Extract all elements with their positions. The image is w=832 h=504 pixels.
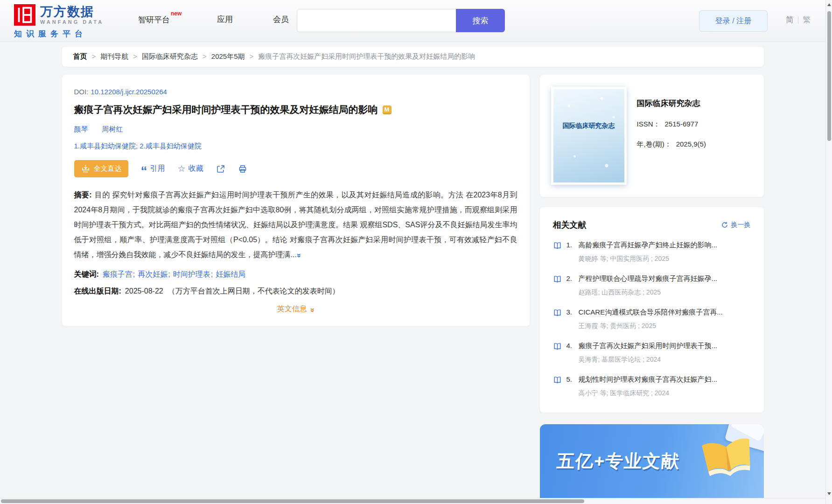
main-content: DOI:10.12208/j.ijcr.20250264 瘢痕子宫再次妊娠产妇采…: [62, 75, 764, 504]
print-icon: [238, 164, 247, 174]
related-article-item[interactable]: 3. CICARE沟通模式联合导乐陪伴对瘢痕子宫再... 王海霞 等; 贵州医药…: [553, 308, 751, 330]
related-title: 相关文献: [553, 219, 587, 231]
search-button[interactable]: 搜索: [456, 9, 505, 32]
search-bar: 搜索: [297, 9, 505, 32]
related-article-item[interactable]: 1. 高龄瘢痕子宫再妊娠孕产妇终止妊娠的影响... 黄晓婷 等; 中国实用医药 …: [553, 241, 751, 263]
keyword-link[interactable]: 再次妊娠: [138, 270, 173, 278]
vertical-scrollbar-thumb[interactable]: [827, 11, 831, 141]
journal-name[interactable]: 国际临床研究杂志: [637, 98, 706, 109]
related-article-meta: 王海霞 等; 贵州医药 ; 2025: [579, 322, 751, 330]
related-article-number: 3.: [566, 308, 579, 316]
open-book-icon: [697, 433, 758, 486]
nav-item-zhiyan-platform[interactable]: 智研平台new: [138, 14, 181, 25]
related-article-item[interactable]: 2. 产程护理联合心理疏导对瘢痕子宫再妊娠孕... 赵路瑶; 山西医药杂志 ; …: [553, 274, 751, 297]
language-toggle: 简 繁: [786, 14, 811, 25]
breadcrumb: 首页 期刊导航国际临床研究杂志2025年5期 瘢痕子宫再次妊娠产妇采用时间护理表…: [62, 47, 764, 67]
wanfang-logo[interactable]: 万方数据 WANFANG DATA 知识服务平台: [14, 4, 104, 39]
related-article-meta: 高小宁 等; 医学临床研究 ; 2024: [579, 389, 751, 398]
wanfang-logo-icon: [14, 4, 35, 26]
related-article-item[interactable]: 4. 瘢痕子宫再次妊娠产妇采用时间护理表干预... 吴海青; 基层医学论坛 ; …: [553, 342, 751, 364]
cite-button[interactable]: “ 引用: [141, 164, 165, 174]
share-button[interactable]: [216, 164, 225, 174]
related-article-title[interactable]: CICARE沟通模式联合导乐陪伴对瘢痕子宫再...: [579, 308, 751, 317]
breadcrumb-link[interactable]: 国际临床研究杂志: [142, 52, 211, 60]
logo-text: 万方数据 WANFANG DATA: [40, 5, 104, 25]
related-article-title[interactable]: 高龄瘢痕子宫再妊娠孕产妇终止妊娠的影响...: [579, 241, 751, 250]
promo-banner[interactable]: 五亿+专业文献: [540, 424, 764, 504]
author-link[interactable]: 颜琴: [74, 125, 88, 134]
vertical-scrollbar[interactable]: [825, 0, 832, 504]
print-button[interactable]: [238, 164, 247, 174]
keywords-label: 关键词:: [74, 270, 99, 278]
journal-volume-row: 年,卷(期)：2025,9(5): [637, 140, 706, 149]
refresh-icon: [721, 221, 728, 229]
book-icon: [553, 308, 562, 319]
top-navigation-bar: 万方数据 WANFANG DATA 知识服务平台 智研平台new 应用 会员 搜…: [0, 0, 825, 42]
nav-item-apps[interactable]: 应用: [217, 14, 233, 25]
doi-link[interactable]: 10.12208/j.ijcr.20250264: [91, 88, 167, 96]
related-article-meta: 黄晓婷 等; 中国实用医药 ; 2025: [579, 255, 751, 263]
scroll-up-icon[interactable]: [826, 1, 832, 7]
affiliations[interactable]: 1.咸丰县妇幼保健院; 2.咸丰县妇幼保健院: [74, 142, 517, 151]
article-actions: free 全文直达 “ 引用 ☆ 收藏: [74, 160, 517, 177]
lang-traditional[interactable]: 繁: [803, 14, 811, 25]
refresh-related-button[interactable]: 换一换: [721, 221, 751, 229]
lang-simplified[interactable]: 简: [786, 14, 794, 25]
related-article-number: 2.: [566, 274, 579, 282]
publish-date-note: （万方平台首次上网日期，不代表论文的发表时间）: [168, 287, 340, 295]
book-icon: [553, 376, 562, 386]
fulltext-button[interactable]: free 全文直达: [74, 160, 128, 177]
logo-cn-text: 万方数据: [40, 5, 104, 18]
related-article-title[interactable]: 瘢痕子宫再次妊娠产妇采用时间护理表干预...: [579, 342, 751, 350]
logo-en-text: WANFANG DATA: [40, 19, 104, 25]
scroll-down-icon[interactable]: [826, 490, 832, 497]
nav-item-membership[interactable]: 会员: [273, 14, 289, 25]
doi-row: DOI:10.12208/j.ijcr.20250264: [74, 88, 517, 96]
abstract: 摘要:目的 探究针对瘢痕子宫再次妊娠产妇运用时间护理表干预所产生的效果，以及其对…: [74, 188, 517, 262]
english-info-row: 英文信息 »: [74, 304, 517, 314]
search-input[interactable]: [297, 9, 456, 32]
breadcrumb-links: 期刊导航国际临床研究杂志2025年5期: [100, 52, 258, 61]
keyword-link[interactable]: 瘢痕子宫: [103, 270, 138, 278]
breadcrumb-link[interactable]: 期刊导航: [100, 52, 142, 60]
issn-label: ISSN：: [637, 120, 660, 128]
logo-subtitle: 知识服务平台: [14, 28, 104, 39]
related-list: 1. 高龄瘢痕子宫再妊娠孕产妇终止妊娠的影响... 黄晓婷 等; 中国实用医药 …: [553, 241, 751, 398]
related-article-meta: 赵路瑶; 山西医药杂志 ; 2025: [579, 288, 751, 297]
lang-divider: [798, 16, 798, 24]
related-article-title[interactable]: 产程护理联合心理疏导对瘢痕子宫再妊娠孕...: [579, 274, 751, 283]
page: 万方数据 WANFANG DATA 知识服务平台 智研平台new 应用 会员 搜…: [0, 0, 825, 504]
horizontal-scrollbar[interactable]: [0, 498, 825, 504]
breadcrumb-link[interactable]: 2025年5期: [211, 52, 258, 60]
author-list: 颜琴周树红: [74, 125, 517, 134]
svg-text:free: free: [83, 170, 88, 173]
keyword-link[interactable]: 妊娠结局: [216, 270, 249, 278]
related-article-body: 高龄瘢痕子宫再妊娠孕产妇终止妊娠的影响... 黄晓婷 等; 中国实用医药 ; 2…: [579, 241, 751, 263]
english-info-toggle[interactable]: 英文信息 »: [277, 304, 314, 314]
related-article-title[interactable]: 规划性时间护理表对瘢痕子宫再次妊娠产妇...: [579, 375, 751, 384]
login-register-button[interactable]: 登录 / 注册: [699, 10, 768, 32]
horizontal-scrollbar-thumb[interactable]: [1, 499, 584, 503]
journal-card: 国际临床研究杂志 国际临床研究杂志 ISSN：2515-6977 年,卷(期)：…: [540, 75, 764, 197]
keyword-link[interactable]: 时间护理表: [173, 270, 216, 278]
right-sidebar: 国际临床研究杂志 国际临床研究杂志 ISSN：2515-6977 年,卷(期)：…: [540, 75, 764, 504]
breadcrumb-current: 瘢痕子宫再次妊娠产妇采用时间护理表干预的效果及对妊娠结局的影响: [258, 52, 475, 61]
volume-value: 2025,9(5): [676, 140, 706, 148]
chevron-down-icon: »: [308, 308, 317, 311]
abstract-label: 摘要:: [74, 191, 92, 199]
journal-info: 国际临床研究杂志 ISSN：2515-6977 年,卷(期)：2025,9(5): [637, 87, 706, 185]
related-article-item[interactable]: 5. 规划性时间护理表对瘢痕子宫再次妊娠产妇... 高小宁 等; 医学临床研究 …: [553, 375, 751, 398]
favorite-button[interactable]: ☆ 收藏: [178, 164, 203, 174]
keyword-list: 瘢痕子宫再次妊娠时间护理表妊娠结局: [103, 270, 249, 278]
author-link[interactable]: 周树红: [102, 125, 123, 134]
related-article-meta: 吴海青; 基层医学论坛 ; 2024: [579, 356, 751, 364]
related-article-number: 1.: [566, 241, 579, 249]
expand-abstract-icon[interactable]: »: [292, 253, 307, 256]
related-header: 相关文献 换一换: [553, 219, 751, 231]
related-article-body: 产程护理联合心理疏导对瘢痕子宫再妊娠孕... 赵路瑶; 山西医药杂志 ; 202…: [579, 274, 751, 297]
related-article-body: 瘢痕子宫再次妊娠产妇采用时间护理表干预... 吴海青; 基层医学论坛 ; 202…: [579, 342, 751, 364]
abstract-text: 目的 探究针对瘢痕子宫再次妊娠产妇运用时间护理表干预所产生的效果，以及其对妊娠结…: [74, 191, 517, 259]
breadcrumb-home[interactable]: 首页: [73, 52, 101, 61]
journal-cover[interactable]: 国际临床研究杂志: [551, 87, 627, 185]
doi-label: DOI:: [74, 88, 89, 96]
